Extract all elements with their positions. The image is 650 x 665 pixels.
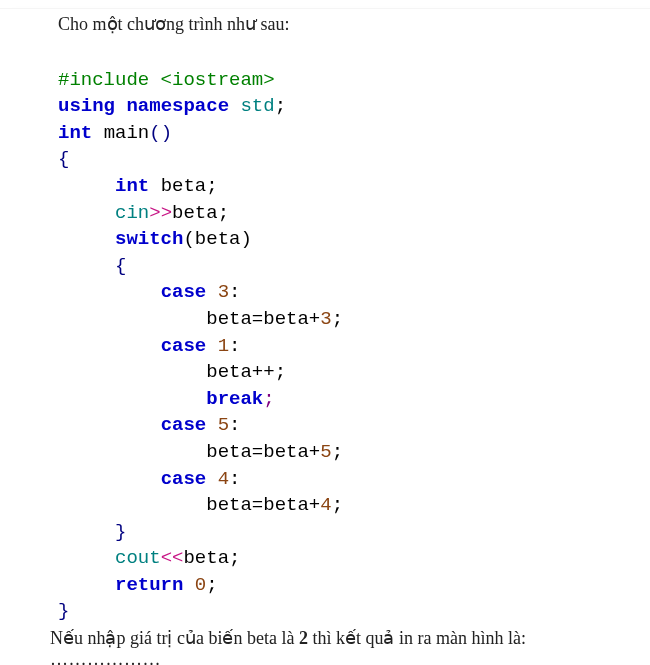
- literal-3: 3: [206, 281, 229, 303]
- literal-5: 5: [206, 414, 229, 436]
- brace-close: }: [115, 521, 126, 543]
- keyword-case: case: [161, 468, 207, 490]
- identifier-cin: cin: [115, 202, 149, 224]
- preprocessor-line: #include <iostream>: [58, 69, 275, 91]
- colon: :: [229, 468, 240, 490]
- semicolon: ;: [332, 441, 343, 463]
- question-1-value: 2: [299, 628, 308, 648]
- keyword-case: case: [161, 414, 207, 436]
- keyword-switch: switch: [115, 228, 183, 250]
- semicolon: ;: [263, 388, 274, 410]
- semicolon: ;: [332, 308, 343, 330]
- semicolon: ;: [206, 574, 217, 596]
- stmt: beta=beta+: [206, 494, 320, 516]
- semicolon: ;: [275, 95, 286, 117]
- var-beta: beta;: [172, 202, 229, 224]
- parentheses: (): [149, 122, 172, 144]
- var-beta: beta;: [149, 175, 217, 197]
- identifier-std: std: [240, 95, 274, 117]
- operator-extract: >>: [149, 202, 172, 224]
- colon: :: [229, 281, 240, 303]
- operator-insert: <<: [161, 547, 184, 569]
- keyword-int: int: [58, 122, 92, 144]
- identifier-cout: cout: [115, 547, 161, 569]
- literal-4: 4: [206, 468, 229, 490]
- keyword-namespace: namespace: [126, 95, 229, 117]
- colon: :: [229, 335, 240, 357]
- question-1-pre: Nếu nhập giá trị của biến beta là: [50, 628, 299, 648]
- stmt: beta=beta+: [206, 441, 320, 463]
- keyword-int: int: [115, 175, 149, 197]
- document-content: Cho một chương trình như sau: #include <…: [0, 8, 650, 665]
- literal-1: 1: [206, 335, 229, 357]
- keyword-return: return: [115, 574, 183, 596]
- colon: :: [229, 414, 240, 436]
- literal-4: 4: [320, 494, 331, 516]
- literal-3: 3: [320, 308, 331, 330]
- switch-expr: (beta): [183, 228, 251, 250]
- brace-open: {: [58, 148, 69, 170]
- semicolon: ;: [332, 494, 343, 516]
- question-1-post: thì kết quả in ra màn hình là:: [308, 628, 526, 648]
- literal-5: 5: [320, 441, 331, 463]
- keyword-break: break: [206, 388, 263, 410]
- code-block: #include <iostream> using namespace std;…: [58, 40, 638, 625]
- stmt: beta=beta+: [206, 308, 320, 330]
- question-1: Nếu nhập giá trị của biến beta là 2 thì …: [50, 627, 638, 649]
- identifier-main: main: [104, 122, 150, 144]
- keyword-case: case: [161, 281, 207, 303]
- var-beta: beta;: [183, 547, 240, 569]
- stmt: beta++;: [206, 361, 286, 383]
- keyword-using: using: [58, 95, 115, 117]
- literal-0: 0: [183, 574, 206, 596]
- keyword-case: case: [161, 335, 207, 357]
- brace-open: {: [115, 255, 126, 277]
- brace-close: }: [58, 600, 69, 622]
- intro-text: Cho một chương trình như sau:: [58, 13, 638, 35]
- answer-blank-1: ………………: [50, 649, 638, 665]
